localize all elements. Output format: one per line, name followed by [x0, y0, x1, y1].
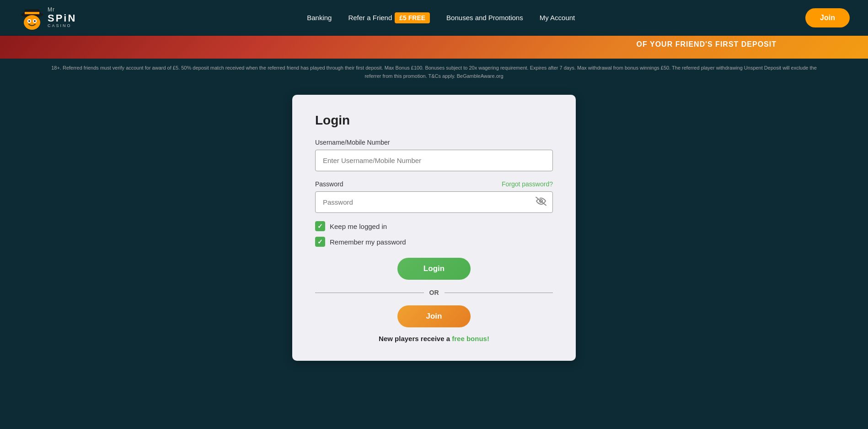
keep-logged-in-checkbox[interactable]: ✓	[315, 221, 325, 231]
or-text: OR	[429, 289, 439, 296]
username-input[interactable]	[315, 150, 553, 171]
divider-left	[315, 293, 424, 293]
svg-point-7	[28, 20, 30, 22]
password-wrapper	[315, 191, 553, 213]
keep-logged-in-row: ✓ Keep me logged in	[315, 221, 553, 231]
svg-rect-3	[25, 12, 39, 14]
login-button[interactable]: Login	[397, 258, 471, 280]
password-row: Password Forgot password?	[315, 180, 553, 188]
checkbox-check: ✓	[317, 223, 323, 230]
new-players-prefix: New players receive a	[379, 335, 452, 342]
nav-refer-link[interactable]: Refer a Friend	[348, 14, 392, 22]
keep-logged-in-label: Keep me logged in	[330, 223, 387, 230]
disclaimer: 18+. Referred friends must verify accoun…	[0, 59, 868, 86]
banner-text: OF YOUR FRIEND'S FIRST DEPOSIT	[637, 40, 777, 49]
remember-password-checkbox[interactable]: ✓	[315, 237, 325, 247]
nav-banking[interactable]: Banking	[307, 14, 332, 22]
logo-spin: SPiN	[48, 13, 76, 24]
checkbox-check-2: ✓	[317, 238, 323, 245]
header-join-button[interactable]: Join	[805, 8, 850, 27]
forgot-password-link[interactable]: Forgot password?	[502, 180, 553, 188]
nav-refer: Refer a Friend £5 FREE	[348, 12, 430, 23]
nav-bonuses[interactable]: Bonuses and Promotions	[446, 14, 523, 22]
divider-right	[445, 293, 553, 293]
nav-my-account[interactable]: My Account	[540, 14, 575, 22]
toggle-password-icon[interactable]	[536, 196, 547, 208]
header-nav: Banking Refer a Friend £5 FREE Bonuses a…	[307, 12, 575, 23]
free-bonus-text: free bonus!	[452, 335, 489, 342]
header: Mr SPiN CASINO Banking Refer a Friend £5…	[0, 0, 868, 36]
svg-point-8	[34, 20, 36, 22]
login-title: Login	[315, 113, 553, 128]
main-content: Login Username/Mobile Number Password Fo…	[0, 86, 868, 379]
or-divider: OR	[315, 289, 553, 296]
logo-icon	[18, 4, 46, 32]
svg-point-4	[24, 15, 40, 30]
password-label: Password	[315, 180, 343, 188]
free-badge: £5 FREE	[395, 12, 430, 23]
header-left: Mr SPiN CASINO	[18, 4, 76, 32]
username-label: Username/Mobile Number	[315, 139, 553, 146]
banner: OF YOUR FRIEND'S FIRST DEPOSIT	[0, 36, 868, 59]
new-players-text: New players receive a free bonus!	[315, 335, 553, 342]
logo-casino: CASINO	[48, 24, 76, 28]
password-input[interactable]	[315, 191, 553, 213]
remember-password-label: Remember my password	[330, 238, 406, 246]
remember-password-row: ✓ Remember my password	[315, 237, 553, 247]
join-button[interactable]: Join	[397, 305, 471, 327]
login-card: Login Username/Mobile Number Password Fo…	[292, 95, 576, 361]
logo[interactable]: Mr SPiN CASINO	[18, 4, 76, 32]
disclaimer-text: 18+. Referred friends must verify accoun…	[46, 64, 822, 80]
